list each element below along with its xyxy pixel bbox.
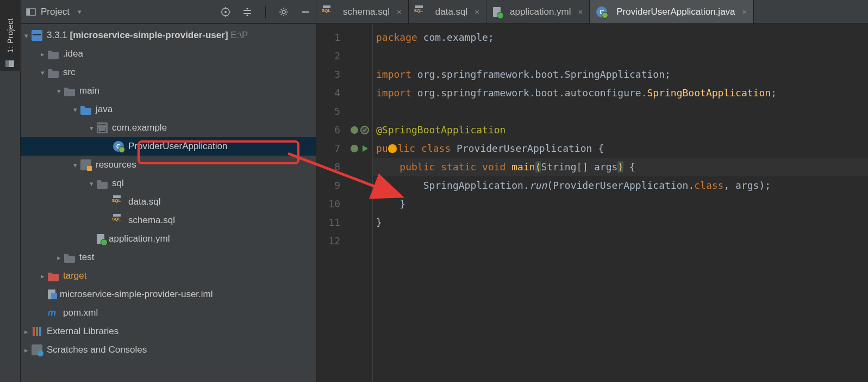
yml-spring-icon [493, 7, 501, 17]
scratches-icon [32, 344, 42, 355]
class-runnable-icon [596, 7, 607, 17]
run-markers[interactable] [347, 139, 372, 158]
line-number-gutter[interactable]: 123456789101112 [316, 24, 347, 382]
tree-item-scratches[interactable]: Scratches and Consoles [21, 341, 316, 359]
hide-icon[interactable] [301, 7, 310, 17]
folder-icon [48, 48, 59, 59]
tree-item-pom[interactable]: pom.xml [21, 304, 316, 322]
project-view-icon [26, 7, 36, 17]
tool-window-icon[interactable] [5, 59, 15, 69]
close-icon[interactable]: × [578, 7, 583, 16]
chevron-right-icon[interactable] [21, 326, 32, 337]
tree-item-data-sql[interactable]: data.sql [21, 193, 316, 211]
tree-item-yml[interactable]: application.yml [21, 230, 316, 248]
sql-file-icon [415, 7, 426, 17]
view-mode-dropdown-icon[interactable] [74, 7, 85, 17]
chevron-right-icon[interactable] [53, 252, 64, 263]
project-panel-title[interactable]: Project [41, 7, 70, 17]
chevron-down-icon[interactable] [37, 67, 48, 78]
tree-item-schema-sql[interactable]: schema.sql [21, 211, 316, 230]
code-body[interactable]: package com.example; import org.springfr… [373, 24, 868, 382]
run-gutter-icon[interactable] [360, 126, 369, 134]
project-panel-header: Project [21, 0, 316, 24]
chevron-down-icon[interactable] [86, 122, 97, 133]
project-tree[interactable]: 3.3.1 [microservice-simple-provider-user… [21, 24, 316, 361]
tree-item-target[interactable]: target [21, 267, 316, 285]
tool-window-rail: 1: Project [0, 0, 21, 382]
svg-rect-1 [5, 60, 9, 67]
folder-icon [48, 67, 59, 78]
svg-point-5 [224, 11, 227, 13]
svg-point-6 [282, 10, 285, 14]
chevron-right-icon[interactable] [21, 344, 32, 355]
class-runnable-icon [113, 141, 124, 152]
tree-item-main[interactable]: main [21, 82, 316, 100]
svg-point-10 [351, 145, 358, 152]
chevron-down-icon[interactable] [53, 85, 64, 96]
close-icon[interactable]: × [742, 7, 747, 16]
tree-item-external-libraries[interactable]: External Libraries [21, 322, 316, 341]
chevron-down-icon[interactable] [70, 104, 80, 115]
sql-file-icon [113, 215, 124, 226]
source-folder-icon [80, 104, 91, 115]
tree-item-iml[interactable]: microservice-simple-provider-user.iml [21, 285, 316, 304]
svg-rect-3 [27, 9, 30, 15]
tree-item-sql[interactable]: sql [21, 174, 316, 193]
svg-point-8 [351, 126, 358, 134]
locate-icon[interactable] [221, 7, 230, 17]
run-gutter-icon[interactable] [360, 144, 369, 153]
package-icon [97, 122, 108, 133]
tab-provideruserapplication[interactable]: ProviderUserApplication.java× [590, 0, 754, 23]
tree-item-class-selected[interactable]: ProviderUserApplication [21, 137, 316, 156]
iml-file-icon [48, 289, 55, 299]
yml-spring-icon [97, 234, 104, 244]
svg-marker-11 [363, 145, 368, 152]
folder-icon [97, 178, 108, 189]
run-markers[interactable] [347, 121, 372, 139]
tree-item-package[interactable]: com.example [21, 119, 316, 137]
collapse-all-icon[interactable] [242, 7, 252, 17]
spring-bean-icon[interactable] [350, 144, 359, 153]
chevron-right-icon[interactable] [37, 270, 48, 281]
sql-file-icon [113, 196, 124, 207]
close-icon[interactable]: × [474, 7, 479, 16]
libraries-icon [32, 326, 42, 337]
tree-item-test[interactable]: test [21, 248, 316, 267]
tree-item-src[interactable]: src [21, 63, 316, 82]
tree-item-java[interactable]: java [21, 100, 316, 119]
intention-bulb-icon[interactable] [388, 144, 397, 153]
tab-data-sql[interactable]: data.sql× [409, 0, 486, 23]
editor-tabs: schema.sql× data.sql× application.yml× P… [316, 0, 868, 24]
module-icon [32, 30, 42, 41]
sql-file-icon [323, 7, 334, 17]
root-path: E:\P [230, 30, 248, 40]
resources-folder-icon [80, 159, 91, 170]
tab-schema-sql[interactable]: schema.sql× [316, 0, 409, 23]
close-icon[interactable]: × [397, 7, 402, 16]
chevron-right-icon[interactable] [37, 48, 48, 59]
marker-gutter[interactable] [347, 24, 373, 382]
tree-item-resources[interactable]: resources [21, 156, 316, 174]
editor-area: schema.sql× data.sql× application.yml× P… [316, 0, 868, 382]
tree-item-idea[interactable]: .idea [21, 45, 316, 63]
chevron-down-icon[interactable] [86, 178, 97, 189]
project-tool-tab-label: 1: Project [6, 18, 15, 53]
project-panel: Project 3.3.1 [microservice-simple-provi… [21, 0, 316, 382]
root-name: 3.3.1 [47, 30, 67, 40]
excluded-folder-icon [48, 270, 59, 281]
root-qualifier: [microservice-simple-provider-user] [70, 30, 228, 40]
chevron-down-icon[interactable] [70, 159, 80, 170]
folder-icon [64, 85, 75, 96]
spring-bean-icon[interactable] [350, 126, 359, 134]
tab-application-yml[interactable]: application.yml× [486, 0, 590, 23]
gear-icon[interactable] [279, 7, 289, 17]
separator [265, 6, 266, 18]
tree-root[interactable]: 3.3.1 [microservice-simple-provider-user… [21, 26, 316, 45]
code-editor[interactable]: 123456789101112 package com.example; imp… [316, 24, 868, 382]
folder-icon [64, 252, 75, 263]
svg-rect-7 [302, 11, 309, 13]
maven-icon [48, 307, 59, 318]
chevron-down-icon[interactable] [21, 30, 32, 41]
